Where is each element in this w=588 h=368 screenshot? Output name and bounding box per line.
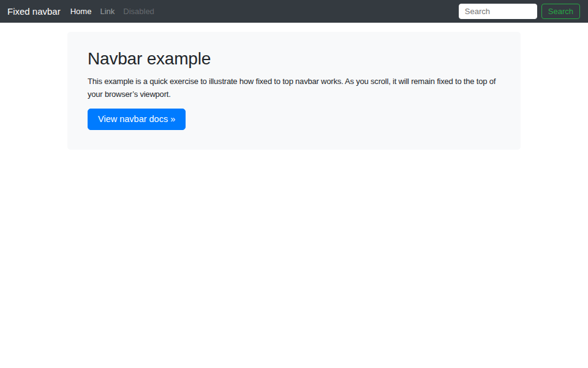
lead-paragraph: This example is a quick exercise to illu… [88, 75, 500, 101]
jumbotron: Navbar example This example is a quick e… [67, 32, 521, 150]
navbar-brand[interactable]: Fixed navbar [7, 6, 61, 17]
nav-link-link[interactable]: Link [96, 7, 119, 16]
search-button[interactable]: Search [541, 4, 580, 19]
navbar-nav: Home Link Disabled [66, 7, 159, 16]
nav-link-disabled: Disabled [119, 7, 159, 16]
view-navbar-docs-button[interactable]: View navbar docs » [88, 109, 186, 131]
page-title: Navbar example [88, 48, 500, 69]
search-input[interactable] [459, 4, 537, 19]
search-form: Search [459, 4, 580, 19]
nav-link-home[interactable]: Home [66, 7, 96, 16]
navbar: Fixed navbar Home Link Disabled Search [0, 0, 588, 23]
